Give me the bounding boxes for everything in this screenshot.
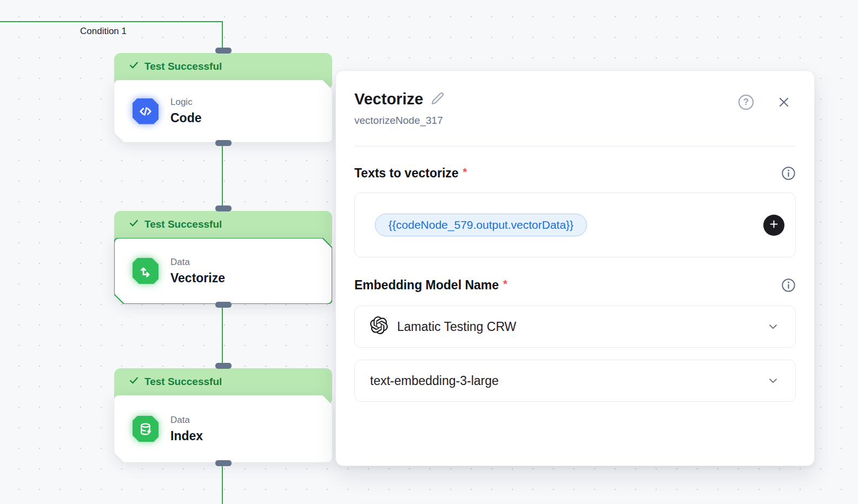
node-id-subtitle: vectorizeNode_317 <box>354 115 444 127</box>
variable-pill[interactable]: {{codeNode_579.output.vectorData}} <box>375 214 587 236</box>
node-status-text: Test Successful <box>144 61 222 72</box>
edge-condition-horizontal <box>0 21 223 22</box>
node-card-content: Logic Code <box>114 80 332 142</box>
node-input-handle[interactable] <box>215 363 232 369</box>
required-asterisk: * <box>503 278 507 290</box>
info-icon[interactable] <box>781 278 796 293</box>
edge-label-condition: Condition 1 <box>80 26 127 37</box>
close-icon[interactable] <box>776 95 791 110</box>
node-code[interactable]: Test Successful Logic Code <box>114 53 332 142</box>
panel-title: Vectorize <box>354 90 423 108</box>
check-icon <box>129 218 139 230</box>
node-output-handle[interactable] <box>215 302 232 308</box>
node-input-handle[interactable] <box>215 205 232 211</box>
node-card-content: Data Index <box>114 395 332 462</box>
node-name: Index <box>170 429 203 443</box>
node-output-handle[interactable] <box>215 460 232 466</box>
panel-header: Vectorize vectorizeNode_317 ? <box>354 90 796 127</box>
check-icon <box>129 61 139 72</box>
embedding-section-label: Embedding Model Name* <box>354 278 507 293</box>
node-output-handle[interactable] <box>215 140 232 146</box>
chevron-down-icon <box>767 321 779 333</box>
help-icon[interactable]: ? <box>738 95 754 110</box>
add-text-button[interactable] <box>763 215 784 236</box>
node-status-text: Test Successful <box>144 376 222 388</box>
node-card-content: Data Vectorize <box>114 238 332 304</box>
node-vectorize[interactable]: Test Successful Data Vectorize <box>114 211 332 304</box>
check-icon <box>129 376 139 388</box>
node-status-text: Test Successful <box>144 218 222 230</box>
required-asterisk: * <box>463 166 467 178</box>
vector-axes-icon <box>133 258 159 284</box>
flow-canvas[interactable]: Condition 1 Test Successful <box>0 0 858 504</box>
node-name: Vectorize <box>170 271 225 286</box>
texts-section-label: Texts to vectorize* <box>354 166 467 181</box>
credential-select[interactable]: Lamatic Testing CRW <box>354 306 796 348</box>
database-bolt-icon <box>133 416 159 442</box>
node-config-panel: Vectorize vectorizeNode_317 ? <box>335 70 815 466</box>
info-icon[interactable] <box>781 166 796 181</box>
model-value: text-embedding-3-large <box>370 374 499 388</box>
edit-pencil-icon[interactable] <box>431 92 444 107</box>
panel-divider <box>354 146 796 147</box>
model-select[interactable]: text-embedding-3-large <box>354 360 796 402</box>
code-icon <box>133 98 159 124</box>
node-category: Data <box>170 415 203 426</box>
help-glyph: ? <box>743 97 749 108</box>
node-index[interactable]: Test Successful Data Ind <box>114 368 332 462</box>
node-category: Logic <box>170 97 202 108</box>
node-category: Data <box>170 257 225 268</box>
texts-to-vectorize-field[interactable]: {{codeNode_579.output.vectorData}} <box>354 193 796 257</box>
node-name: Code <box>170 111 202 125</box>
chevron-down-icon <box>767 375 779 387</box>
node-input-handle[interactable] <box>215 48 232 54</box>
plus-icon <box>769 219 779 231</box>
credential-value: Lamatic Testing CRW <box>397 320 516 334</box>
openai-logo-icon <box>370 316 388 337</box>
